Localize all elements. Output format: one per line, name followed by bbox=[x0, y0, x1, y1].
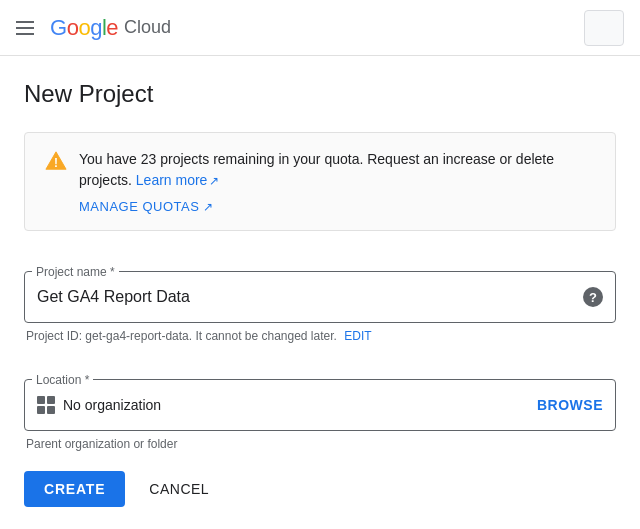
project-name-label: Project name * bbox=[32, 265, 119, 279]
search-box[interactable] bbox=[584, 10, 624, 46]
location-field-border: No organization BROWSE bbox=[24, 379, 616, 431]
manage-quotas-link[interactable]: MANAGE QUOTAS ↗ bbox=[79, 199, 595, 214]
external-link-icon-2: ↗ bbox=[203, 200, 214, 214]
page-content: New Project ! You have 23 projects remai… bbox=[0, 56, 640, 529]
page-title: New Project bbox=[24, 80, 616, 108]
location-value: No organization bbox=[63, 397, 161, 413]
learn-more-link[interactable]: Learn more ↗ bbox=[136, 170, 220, 191]
organization-icon bbox=[37, 396, 55, 414]
warning-text: You have 23 projects remaining in your q… bbox=[79, 149, 595, 191]
help-icon[interactable]: ? bbox=[583, 287, 603, 307]
external-link-icon: ↗ bbox=[209, 172, 219, 190]
menu-button[interactable] bbox=[16, 21, 34, 35]
warning-message-area: ! You have 23 projects remaining in your… bbox=[45, 149, 595, 191]
project-name-field-group: Project name * ? Project ID: get-ga4-rep… bbox=[24, 255, 616, 343]
cloud-label: Cloud bbox=[124, 17, 171, 38]
logo-area: Google Cloud bbox=[50, 15, 171, 41]
cancel-button[interactable]: CANCEL bbox=[133, 471, 225, 507]
app-header: Google Cloud bbox=[0, 0, 640, 56]
location-field-group: Location * No organization BROWSE Parent… bbox=[24, 363, 616, 451]
edit-project-id-link[interactable]: EDIT bbox=[344, 329, 371, 343]
svg-text:!: ! bbox=[54, 156, 58, 170]
location-label: Location * bbox=[32, 373, 93, 387]
quota-warning-banner: ! You have 23 projects remaining in your… bbox=[24, 132, 616, 231]
location-hint: Parent organization or folder bbox=[24, 437, 616, 451]
form-actions: CREATE CANCEL bbox=[24, 471, 616, 523]
project-id-hint: Project ID: get-ga4-report-data. It cann… bbox=[24, 329, 616, 343]
warning-icon: ! bbox=[45, 150, 67, 172]
create-button[interactable]: CREATE bbox=[24, 471, 125, 507]
google-logo: Google bbox=[50, 15, 118, 41]
project-name-input[interactable] bbox=[37, 288, 583, 306]
browse-button[interactable]: BROWSE bbox=[537, 397, 603, 413]
location-inner: No organization bbox=[37, 396, 537, 414]
